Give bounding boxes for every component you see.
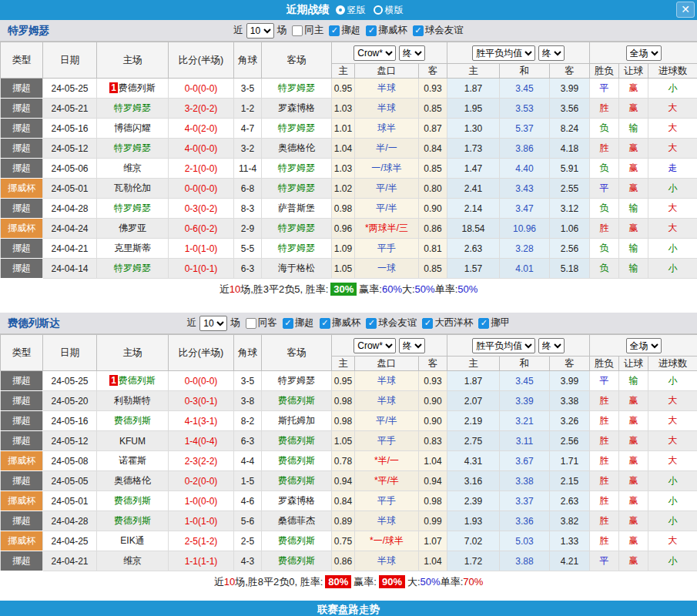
- corners-cell: 6-8: [234, 179, 262, 199]
- summary-segment: 50%: [415, 283, 435, 295]
- view-option-horizontal[interactable]: 横版: [374, 4, 404, 17]
- goals-result-cell: 大: [648, 531, 697, 551]
- col-home: 主场: [97, 335, 169, 371]
- league-filter-checkbox[interactable]: ✓大西洋杯: [422, 316, 473, 330]
- score-cell: 0-0(0-0): [169, 179, 234, 199]
- away-team-name: 特罗姆瑟: [278, 375, 315, 386]
- summary-segment: 70%: [463, 576, 483, 588]
- summary-segment: 10: [224, 576, 235, 588]
- goals-result-cell: 大: [648, 219, 697, 239]
- handicap-result-cell: 赢: [619, 431, 648, 451]
- recent-count-select[interactable]: 10: [246, 23, 274, 38]
- match-row: 挪超24-05-251费德列斯0-0(0-0)3-5特罗姆瑟0.95半球0.93…: [1, 371, 697, 391]
- away-team-cell: 海于格松: [262, 259, 332, 279]
- league-filter-checkbox-label: 球会友谊: [425, 24, 464, 37]
- avg-draw-cell: 3.86: [500, 139, 550, 159]
- avg-home-cell: 2.75: [447, 431, 500, 451]
- league-filter-checkbox[interactable]: ✓挪超: [283, 316, 314, 330]
- match-row: 挪超24-05-16费德列斯4-1(3-1)8-2斯托姆加0.98平/半0.90…: [1, 411, 697, 431]
- away-team-cell: 奥德格伦: [262, 139, 332, 159]
- avg-away-cell: 3.12: [550, 199, 590, 219]
- match-row: 挪超24-04-28费德列斯1-0(1-0)5-6桑德菲杰0.89半球0.991…: [1, 511, 697, 531]
- wdw-average-select[interactable]: 胜平负均值: [472, 338, 535, 353]
- home-team-cell: 1费德列斯: [97, 79, 169, 99]
- league-filter-checkbox[interactable]: ✓挪威杯: [366, 24, 407, 37]
- odds-away-cell: 0.86: [419, 219, 447, 239]
- bookmaker-select[interactable]: Crow*: [354, 45, 396, 61]
- avg-away-cell: 8.24: [550, 119, 590, 139]
- avg-away-cell: 5.91: [550, 159, 590, 179]
- home-team-name: 瓦勒伦加: [114, 182, 151, 193]
- odds-group-header: Crow* 终: [332, 335, 447, 357]
- wdw-stage-select[interactable]: 终: [538, 45, 565, 61]
- odds-home-cell: 0.75: [332, 531, 355, 551]
- period-select[interactable]: 全场: [626, 45, 662, 61]
- close-icon[interactable]: ✕: [676, 2, 695, 18]
- away-team-name: 费德列斯: [278, 435, 315, 446]
- same-venue-checkbox[interactable]: 同客: [246, 316, 277, 330]
- match-row: 挪威杯24-05-01瓦勒伦加0-0(0-0)6-8特罗姆瑟1.02平/半0.8…: [1, 179, 697, 199]
- match-row: 挪超24-04-14特罗姆瑟0-1(0-1)6-3海于格松1.05一球0.851…: [1, 259, 697, 279]
- date-cell: 24-05-16: [43, 411, 97, 431]
- col-avg-draw: 和: [500, 357, 550, 371]
- goals-result-cell: 大: [648, 391, 697, 411]
- col-odds-away: 客: [419, 64, 447, 79]
- score-cell: 2-1(0-0): [169, 159, 234, 179]
- wdw-average-select[interactable]: 胜平负均值: [472, 45, 535, 61]
- corners-cell: 4-3: [234, 551, 262, 571]
- date-cell: 24-05-12: [43, 139, 97, 159]
- result-group-header: 全场: [590, 42, 697, 64]
- recent-count-select[interactable]: 10: [199, 316, 227, 331]
- odds-stage-select[interactable]: 终: [399, 338, 425, 353]
- away-team-name: 特罗姆瑟: [278, 223, 315, 233]
- col-corners: 角球: [234, 335, 262, 371]
- league-filter-checkbox[interactable]: ✓挪威杯: [320, 316, 361, 330]
- home-team-cell: 瓦勒伦加: [97, 179, 169, 199]
- odds-stage-select[interactable]: 终: [399, 45, 425, 61]
- col-goals: 进球数: [648, 357, 697, 371]
- summary-segment: 80%: [325, 575, 351, 588]
- col-corners: 角球: [234, 42, 262, 79]
- col-avg-draw: 和: [500, 64, 550, 79]
- away-team-cell: 特罗姆瑟: [262, 219, 332, 239]
- wdl-result-cell: 胜: [590, 99, 619, 119]
- avg-home-cell: 1.30: [447, 119, 500, 139]
- summary-segment: 场,胜8平2负0, 胜率:: [235, 575, 323, 589]
- league-filter-checkbox[interactable]: ✓球会友谊: [366, 316, 417, 330]
- home-team-cell: 费德列斯: [97, 411, 169, 431]
- matches-table: 类型 日期 主场 比分(半场) 角球 客场 Crow* 终 胜平负均值 终 全场: [0, 42, 697, 279]
- col-type: 类型: [1, 335, 43, 371]
- goals-result-cell: 小: [648, 79, 697, 99]
- same-venue-checkbox-label: 同客: [258, 316, 277, 330]
- avg-home-cell: 2.07: [447, 391, 500, 411]
- divider: [0, 592, 697, 601]
- league-filter-checkbox[interactable]: ✓球会友谊: [413, 24, 464, 37]
- league-filter-checkbox[interactable]: ✓挪超: [329, 24, 360, 37]
- handicap-cell: *一/球半: [355, 531, 419, 551]
- bookmaker-select[interactable]: Crow*: [354, 338, 396, 353]
- league-type-cell: 挪超: [1, 99, 43, 119]
- same-venue-checkbox[interactable]: 同主: [292, 24, 323, 37]
- period-select[interactable]: 全场: [626, 338, 662, 353]
- goals-result-cell: 大: [648, 119, 697, 139]
- match-row: 挪威杯24-05-08诺霍斯2-3(2-2)4-4费德列斯0.78*半/一1.0…: [1, 451, 697, 471]
- col-avg-away: 客: [550, 357, 590, 371]
- league-filter-checkbox-label: 大西洋杯: [434, 316, 473, 330]
- avg-home-cell: 2.41: [447, 179, 500, 199]
- wdw-stage-select[interactable]: 终: [538, 338, 565, 353]
- avg-draw-cell: 3.47: [500, 199, 550, 219]
- footer-title[interactable]: 联赛盘路走势: [317, 603, 380, 616]
- handicap-result-cell: 赢: [619, 491, 648, 511]
- odds-home-cell: 1.09: [332, 239, 355, 259]
- score-cell: 0-0(0-0): [169, 79, 234, 99]
- view-option-vertical[interactable]: 竖版: [336, 4, 366, 17]
- away-team-cell: 特罗姆瑟: [262, 239, 332, 259]
- league-filter-checkbox[interactable]: ✓挪甲: [478, 316, 510, 330]
- handicap-cell: 半球: [355, 391, 419, 411]
- league-type-cell: 挪威杯: [1, 451, 43, 471]
- odds-away-cell: 0.90: [419, 391, 447, 411]
- score-cell: 0-1(0-1): [169, 259, 234, 279]
- avg-away-cell: 5.18: [550, 259, 590, 279]
- avg-home-cell: 2.63: [447, 239, 500, 259]
- handicap-result-cell: 赢: [619, 531, 648, 551]
